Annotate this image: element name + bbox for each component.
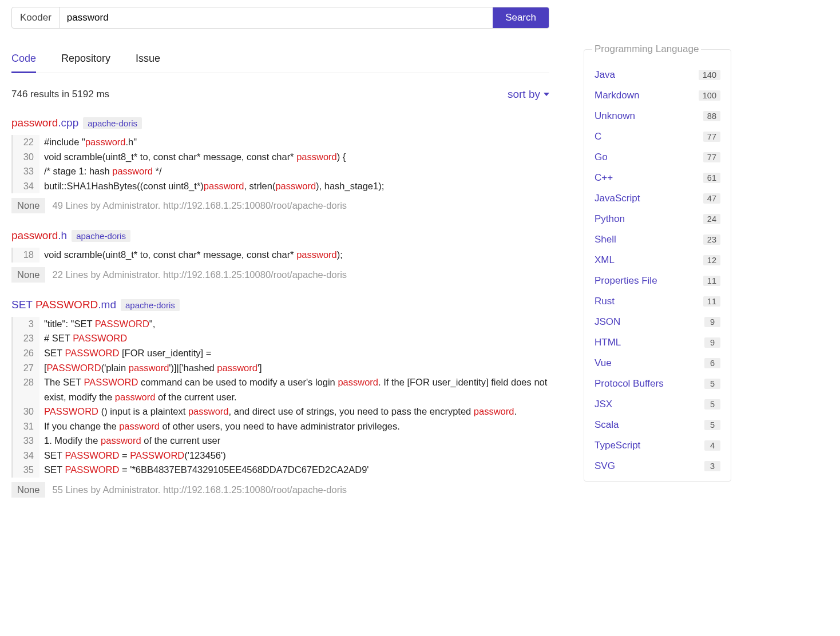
code-text: "title": "SET PASSWORD", xyxy=(39,317,155,332)
language-name: JSON xyxy=(595,316,620,328)
line-number: 27 xyxy=(13,361,39,376)
repo-badge[interactable]: apache-doris xyxy=(121,299,180,311)
language-name: Go xyxy=(595,152,608,163)
tab-code[interactable]: Code xyxy=(11,49,36,73)
code-line: 34SET PASSWORD = PASSWORD('123456') xyxy=(13,448,549,463)
language-name: Rust xyxy=(595,296,615,307)
language-name: Scala xyxy=(595,419,619,431)
line-number: 30 xyxy=(13,150,39,165)
language-filter-item[interactable]: Scala5 xyxy=(595,415,720,435)
language-filter-item[interactable]: Properties File11 xyxy=(595,271,720,291)
language-name: Shell xyxy=(595,234,616,245)
language-filter-item[interactable]: SVG3 xyxy=(595,456,720,476)
language-filter-item[interactable]: Rust11 xyxy=(595,291,720,312)
tab-issue[interactable]: Issue xyxy=(136,49,160,73)
code-line: 22#include "password.h" xyxy=(13,135,549,150)
line-number: 33 xyxy=(13,434,39,448)
code-line: 27[PASSWORD('plain password')]|['hashed … xyxy=(13,361,549,376)
language-badge: None xyxy=(11,482,45,498)
search-button[interactable]: Search xyxy=(493,7,549,28)
results-summary: 746 results in 5192 ms xyxy=(11,89,109,100)
language-name: C++ xyxy=(595,172,613,184)
chevron-down-icon xyxy=(544,93,549,96)
language-name: JSX xyxy=(595,399,612,410)
code-line: 23# SET PASSWORD xyxy=(13,331,549,346)
tab-repository[interactable]: Repository xyxy=(61,49,110,73)
language-name: SVG xyxy=(595,460,615,472)
line-number: 26 xyxy=(13,346,39,361)
language-filter-item[interactable]: Vue6 xyxy=(595,353,720,373)
result-title[interactable]: SET PASSWORD.mdapache-doris xyxy=(11,299,549,311)
search-result: password.cppapache-doris22#include "pass… xyxy=(11,117,549,213)
line-number: 33 xyxy=(13,164,39,179)
result-meta: None22 Lines by Administrator. http://19… xyxy=(11,267,549,283)
line-number: 34 xyxy=(13,448,39,463)
code-text: The SET PASSWORD command can be used to … xyxy=(39,375,549,404)
language-name: JavaScript xyxy=(595,193,640,204)
language-name: HTML xyxy=(595,337,621,348)
language-name: Python xyxy=(595,213,625,225)
language-filter-item[interactable]: Go77 xyxy=(595,147,720,168)
code-text: /* stage 1: hash password */ xyxy=(39,164,161,179)
language-filter-item[interactable]: C++61 xyxy=(595,168,720,188)
search-input[interactable] xyxy=(60,7,493,28)
code-text: butil::SHA1HashBytes((const uint8_t*)pas… xyxy=(39,179,384,194)
language-filter-item[interactable]: Java140 xyxy=(595,65,720,85)
language-filter-item[interactable]: C77 xyxy=(595,126,720,147)
code-text: SET PASSWORD = PASSWORD('123456') xyxy=(39,448,226,463)
language-count: 11 xyxy=(703,276,720,286)
result-meta: None49 Lines by Administrator. http://19… xyxy=(11,198,549,213)
language-count: 11 xyxy=(703,296,720,307)
result-title[interactable]: password.hapache-doris xyxy=(11,229,549,242)
line-number: 28 xyxy=(13,375,39,404)
language-name: C xyxy=(595,131,601,142)
language-count: 88 xyxy=(703,111,720,121)
result-title[interactable]: password.cppapache-doris xyxy=(11,117,549,129)
code-line: 30PASSWORD () input is a plaintext passw… xyxy=(13,404,549,419)
language-filter-item[interactable]: JSON9 xyxy=(595,312,720,332)
result-meta-text: 55 Lines by Administrator. http://192.16… xyxy=(52,484,347,495)
code-block: 22#include "password.h"30void scramble(u… xyxy=(11,135,549,193)
language-filter-item[interactable]: Unknown88 xyxy=(595,106,720,126)
sort-by-dropdown[interactable]: sort by xyxy=(508,88,549,101)
language-filter-item[interactable]: JSX5 xyxy=(595,394,720,415)
code-line: 33/* stage 1: hash password */ xyxy=(13,164,549,179)
code-text: If you change the password of other user… xyxy=(39,419,400,434)
code-line: 28The SET PASSWORD command can be used t… xyxy=(13,375,549,404)
language-name: Properties File xyxy=(595,275,657,287)
code-line: 3"title": "SET PASSWORD", xyxy=(13,317,549,332)
code-line: 35SET PASSWORD = '*6BB4837EB74329105EE45… xyxy=(13,463,549,478)
code-text: PASSWORD () input is a plaintext passwor… xyxy=(39,404,517,419)
language-count: 5 xyxy=(704,379,720,389)
language-filter-item[interactable]: Shell23 xyxy=(595,229,720,250)
search-result: SET PASSWORD.mdapache-doris3"title": "SE… xyxy=(11,299,549,498)
code-text: void scramble(uint8_t* to, const char* m… xyxy=(39,150,346,165)
language-filter-item[interactable]: TypeScript4 xyxy=(595,435,720,456)
code-text: # SET PASSWORD xyxy=(39,331,127,346)
language-count: 23 xyxy=(703,234,720,245)
language-filter-item[interactable]: Markdown100 xyxy=(595,85,720,106)
language-badge: None xyxy=(11,198,45,213)
line-number: 30 xyxy=(13,404,39,419)
repo-badge[interactable]: apache-doris xyxy=(83,117,142,129)
language-filter-item[interactable]: HTML9 xyxy=(595,332,720,353)
language-count: 12 xyxy=(703,255,720,265)
line-number: 22 xyxy=(13,135,39,150)
language-name: TypeScript xyxy=(595,440,640,451)
line-number: 34 xyxy=(13,179,39,194)
repo-badge[interactable]: apache-doris xyxy=(72,230,130,242)
language-filter-item[interactable]: Python24 xyxy=(595,209,720,229)
language-name: Protocol Buffers xyxy=(595,378,664,389)
language-filter-item[interactable]: Protocol Buffers5 xyxy=(595,373,720,394)
result-meta-text: 49 Lines by Administrator. http://192.16… xyxy=(52,200,347,211)
code-block: 3"title": "SET PASSWORD",23# SET PASSWOR… xyxy=(11,317,549,478)
language-name: Markdown xyxy=(595,90,639,101)
language-count: 9 xyxy=(704,317,720,327)
language-filter-item[interactable]: JavaScript47 xyxy=(595,188,720,209)
language-count: 77 xyxy=(703,152,720,162)
language-name: Vue xyxy=(595,357,612,369)
language-count: 47 xyxy=(703,193,720,204)
language-filter-item[interactable]: XML12 xyxy=(595,250,720,271)
language-count: 3 xyxy=(704,461,720,471)
brand-label: Kooder xyxy=(12,7,60,28)
